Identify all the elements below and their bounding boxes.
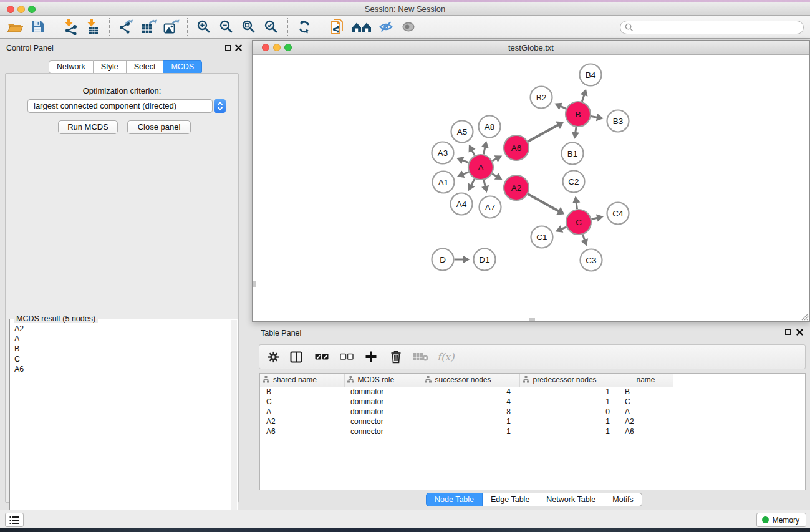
refresh-button[interactable]	[295, 17, 314, 36]
float-panel-icon[interactable]	[225, 45, 231, 51]
result-item[interactable]: A	[10, 334, 230, 344]
memory-button[interactable]: Memory	[756, 513, 806, 527]
table-row[interactable]: Bdominator41B	[260, 387, 673, 397]
table-cell[interactable]: 8	[422, 407, 519, 417]
main-toolbar	[0, 16, 810, 39]
table-row[interactable]: Cdominator41C	[260, 397, 673, 407]
select-all-button[interactable]	[315, 353, 329, 360]
column-header-mcds-role[interactable]: MCDS role	[344, 374, 422, 387]
table-cell[interactable]: 0	[519, 407, 619, 417]
close-panel-button[interactable]: Close panel	[127, 120, 191, 134]
graph-edge-A6-B[interactable]	[528, 125, 559, 142]
network-window-title-bar[interactable]: testGlobe.txt	[253, 41, 809, 55]
table-cell[interactable]: A6	[619, 427, 673, 437]
close-panel-icon[interactable]	[796, 329, 803, 336]
table-cell[interactable]: 1	[422, 427, 519, 437]
table-cell[interactable]: 4	[422, 397, 519, 407]
tab-motifs[interactable]: Motifs	[604, 493, 642, 506]
table-cell[interactable]: dominator	[344, 387, 422, 397]
tab-node-table[interactable]: Node Table	[426, 493, 483, 506]
network-canvas[interactable]: AA1A2A3A4A5A6A7A8BB1B2B3B4CC1C2C3C4DD1	[253, 55, 809, 321]
column-header-name[interactable]: name	[619, 374, 673, 387]
dropdown-stepper[interactable]	[214, 99, 226, 113]
table-cell[interactable]: A2	[619, 417, 673, 427]
home-button[interactable]	[350, 17, 373, 36]
table-cell[interactable]: 1	[519, 387, 619, 397]
table-cell[interactable]: A	[260, 407, 344, 417]
table-cell[interactable]: C	[260, 397, 344, 407]
app-title-bar[interactable]: Session: New Session	[0, 2, 810, 16]
table-cell[interactable]: 1	[519, 427, 619, 437]
result-item[interactable]: B	[10, 344, 230, 354]
zoom-out-button[interactable]	[217, 17, 236, 36]
zoom-out-icon	[219, 19, 234, 34]
table-cell[interactable]: 4	[422, 387, 519, 397]
result-item[interactable]: A2	[10, 324, 230, 334]
zoom-fit-icon	[241, 19, 256, 34]
close-panel-icon[interactable]	[235, 44, 242, 51]
table-row[interactable]: A6connector11A6	[260, 427, 673, 437]
tab-mcds[interactable]: MCDS	[163, 60, 202, 74]
delete-table-button[interactable]	[413, 352, 429, 362]
zoom-selected-button[interactable]	[262, 17, 281, 36]
control-panel-title: Control Panel	[6, 44, 54, 52]
zoom-in-button[interactable]	[195, 17, 213, 36]
delete-row-button[interactable]	[390, 350, 402, 364]
columns-icon	[289, 351, 303, 364]
graph-edge-A2-C[interactable]	[528, 194, 559, 211]
tab-network[interactable]: Network	[49, 60, 94, 74]
export-table-button[interactable]	[139, 17, 158, 36]
table-cell[interactable]: B	[260, 387, 344, 397]
table-cell[interactable]: dominator	[344, 397, 422, 407]
table-cell[interactable]: A	[619, 407, 673, 417]
tab-network-table[interactable]: Network Table	[538, 493, 604, 506]
table-cell[interactable]: C	[619, 397, 673, 407]
table-cell[interactable]: 1	[519, 417, 619, 427]
search-input[interactable]	[636, 22, 803, 33]
column-selector-button[interactable]	[289, 351, 303, 364]
column-header-predecessor-nodes[interactable]: predecessor nodes	[519, 374, 619, 387]
table-cell[interactable]: A2	[260, 417, 344, 427]
resize-grip-icon[interactable]	[800, 312, 809, 321]
table-row[interactable]: A2connector11A2	[260, 417, 673, 427]
add-row-button[interactable]	[365, 351, 377, 363]
save-session-button[interactable]	[28, 17, 47, 36]
show-graphics-details-button[interactable]	[399, 17, 418, 36]
export-network-button[interactable]	[117, 17, 135, 36]
table-cell[interactable]: connector	[344, 417, 422, 427]
canvas-bottom-scroll-nub[interactable]	[529, 318, 535, 321]
import-table-button[interactable]	[84, 17, 102, 36]
zoom-fit-button[interactable]	[239, 17, 258, 36]
result-scrollbar[interactable]	[231, 320, 237, 532]
table-row[interactable]: Adominator80A	[260, 407, 673, 417]
new-network-from-selection-button[interactable]	[328, 17, 347, 36]
table-cell[interactable]: 1	[422, 417, 519, 427]
result-item[interactable]: A6	[10, 364, 230, 374]
table-cell[interactable]: 1	[519, 397, 619, 407]
table-cell[interactable]: A6	[260, 427, 344, 437]
run-mcds-button[interactable]: Run MCDS	[58, 120, 118, 134]
function-builder-button[interactable]: f(x)	[437, 351, 454, 363]
open-session-button[interactable]	[6, 17, 24, 36]
export-image-button[interactable]	[162, 17, 180, 36]
search-field[interactable]	[620, 21, 804, 34]
column-header-successor-nodes[interactable]: successor nodes	[422, 374, 519, 387]
control-panel: Control Panel Network Style Select MCDS …	[0, 39, 243, 510]
float-panel-icon[interactable]	[785, 329, 791, 335]
deselect-all-button[interactable]	[340, 353, 354, 360]
table-cell[interactable]: connector	[344, 427, 422, 437]
table-settings-button[interactable]	[267, 351, 280, 364]
tab-style[interactable]: Style	[94, 60, 127, 74]
tab-select[interactable]: Select	[127, 60, 164, 74]
result-item[interactable]: C	[10, 354, 230, 364]
optimization-criterion-dropdown[interactable]: largest connected component (directed)	[27, 99, 213, 113]
hide-graphics-details-button[interactable]	[377, 17, 395, 36]
table-cell[interactable]: B	[619, 387, 673, 397]
column-header-shared-name[interactable]: shared name	[260, 374, 344, 387]
show-panels-menu-button[interactable]	[5, 513, 24, 527]
table-cell[interactable]: dominator	[344, 407, 422, 417]
network-view-window: testGlobe.txt AA1A2A3A4A5A6A7A8BB1B2B3B4…	[252, 40, 810, 322]
import-network-button[interactable]	[61, 17, 80, 36]
tab-edge-table[interactable]: Edge Table	[483, 493, 538, 506]
canvas-left-scroll-nub[interactable]	[253, 281, 256, 287]
